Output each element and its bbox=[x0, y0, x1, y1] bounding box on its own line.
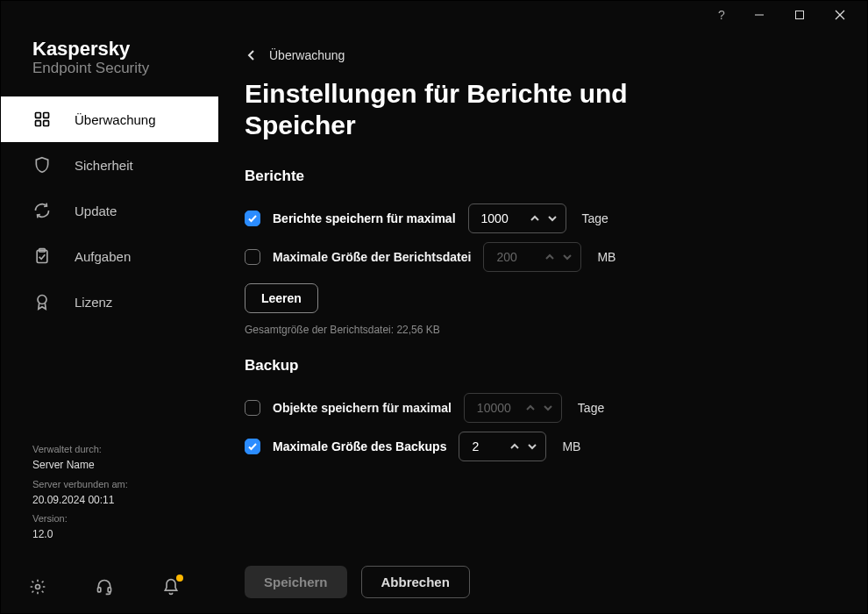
svg-point-10 bbox=[38, 296, 46, 304]
reports-store-label: Berichte speichern für maximal bbox=[273, 211, 456, 225]
backup-maxsize-unit: MB bbox=[562, 439, 580, 453]
brand: Kaspersky Endpoint Security bbox=[1, 32, 218, 96]
stepper-backup-maxsize[interactable] bbox=[459, 432, 546, 461]
minimize-icon bbox=[754, 10, 765, 20]
step-up-button[interactable] bbox=[527, 209, 543, 228]
app-window: ? Kaspersky Endpoint Security Überwachun… bbox=[0, 0, 868, 614]
sidebar-item-label: Überwachung bbox=[75, 112, 156, 127]
chevron-left-icon bbox=[245, 48, 259, 62]
chevron-down-icon bbox=[527, 441, 537, 452]
gear-icon bbox=[29, 578, 46, 596]
chevron-down-icon bbox=[562, 252, 573, 262]
sidebar-item-label: Update bbox=[75, 203, 117, 218]
row-backup-store: Objekte speichern für maximal Tage bbox=[245, 390, 841, 425]
backup-heading: Backup bbox=[245, 357, 841, 375]
row-backup-maxsize: Maximale Größe des Backups MB bbox=[245, 429, 841, 464]
checkbox-reports-store[interactable] bbox=[245, 211, 260, 226]
backup-maxsize-label: Maximale Größe des Backups bbox=[273, 439, 446, 453]
chevron-up-icon bbox=[525, 403, 536, 413]
reports-maxsize-label: Maximale Größe der Berichtsdatei bbox=[273, 250, 471, 264]
footer: Speichern Abbrechen bbox=[245, 543, 841, 613]
checkbox-backup-store[interactable] bbox=[245, 400, 260, 416]
backup-days-input bbox=[475, 400, 517, 416]
save-button[interactable]: Speichern bbox=[245, 566, 347, 598]
breadcrumb[interactable]: Überwachung bbox=[245, 41, 841, 69]
row-reports-maxsize: Maximale Größe der Berichtsdatei MB bbox=[245, 239, 841, 275]
stepper-reports-days[interactable] bbox=[468, 203, 566, 233]
notifications-button[interactable] bbox=[160, 576, 181, 597]
step-up-button bbox=[523, 398, 538, 418]
version-value: 12.0 bbox=[32, 526, 187, 543]
headset-icon bbox=[96, 578, 113, 596]
managed-by-label: Verwaltet durch: bbox=[32, 442, 187, 457]
version-label: Version: bbox=[32, 511, 187, 526]
stepper-reports-maxsize bbox=[483, 242, 581, 272]
sidebar-item-security[interactable]: Sicherheit bbox=[1, 142, 218, 188]
step-up-button bbox=[542, 247, 558, 267]
brand-subtitle: Endpoint Security bbox=[32, 60, 187, 77]
svg-rect-13 bbox=[108, 588, 110, 592]
reports-total-size: Gesamtgröße der Berichtsdatei: 22,56 KB bbox=[245, 324, 841, 336]
svg-rect-1 bbox=[796, 11, 804, 19]
sidebar-footer bbox=[1, 560, 218, 613]
sidebar-item-monitoring[interactable]: Überwachung bbox=[1, 96, 218, 142]
sidebar-item-tasks[interactable]: Aufgaben bbox=[1, 233, 218, 279]
check-icon bbox=[247, 441, 258, 452]
row-reports-store: Berichte speichern für maximal Tage bbox=[245, 201, 841, 236]
checkbox-backup-maxsize[interactable] bbox=[245, 439, 260, 454]
dashboard-icon bbox=[32, 110, 52, 129]
svg-rect-6 bbox=[36, 121, 41, 126]
reports-days-unit: Tage bbox=[582, 211, 608, 225]
notification-dot-icon bbox=[176, 575, 183, 582]
content: Berichte Berichte speichern für maximal … bbox=[245, 162, 841, 543]
shield-icon bbox=[32, 155, 52, 175]
maximize-button[interactable] bbox=[779, 1, 820, 29]
connected-value: 20.09.2024 00:11 bbox=[32, 492, 187, 509]
step-down-button bbox=[540, 398, 556, 418]
checkbox-reports-maxsize[interactable] bbox=[245, 249, 260, 265]
breadcrumb-label: Überwachung bbox=[269, 48, 345, 62]
stepper-backup-days bbox=[464, 393, 562, 423]
step-down-button[interactable] bbox=[524, 437, 540, 456]
svg-point-11 bbox=[36, 585, 40, 589]
main: Überwachung Einstellungen für Berichte u… bbox=[218, 32, 867, 613]
refresh-icon bbox=[32, 201, 52, 220]
cancel-button[interactable]: Abbrechen bbox=[361, 566, 470, 598]
sidebar-item-label: Sicherheit bbox=[75, 158, 133, 173]
reports-days-input[interactable] bbox=[480, 211, 522, 226]
chevron-up-icon bbox=[544, 252, 555, 262]
minimize-button[interactable] bbox=[739, 1, 779, 29]
nav: Überwachung Sicherheit Update bbox=[1, 96, 218, 325]
clipboard-icon bbox=[32, 246, 52, 266]
clear-reports-button[interactable]: Leeren bbox=[245, 283, 318, 313]
step-down-button bbox=[559, 247, 575, 267]
badge-icon bbox=[32, 292, 52, 311]
sidebar-item-update[interactable]: Update bbox=[1, 188, 218, 233]
managed-by-value: Server Name bbox=[32, 457, 187, 474]
reports-heading: Berichte bbox=[245, 168, 841, 185]
sidebar-meta: Verwaltet durch: Server Name Server verb… bbox=[1, 442, 218, 560]
maximize-icon bbox=[794, 10, 805, 20]
svg-rect-4 bbox=[36, 113, 41, 118]
sidebar-item-license[interactable]: Lizenz bbox=[1, 279, 218, 325]
chevron-down-icon bbox=[547, 213, 558, 224]
support-button[interactable] bbox=[94, 576, 115, 597]
settings-button[interactable] bbox=[27, 576, 48, 597]
backup-maxsize-input[interactable] bbox=[470, 439, 502, 454]
chevron-up-icon bbox=[509, 441, 520, 452]
page-title: Einstellungen für Berichte und Speicher bbox=[245, 78, 701, 141]
sidebar-item-label: Aufgaben bbox=[75, 249, 131, 264]
chevron-up-icon bbox=[530, 213, 540, 224]
reports-maxsize-unit: MB bbox=[597, 250, 615, 264]
step-down-button[interactable] bbox=[544, 209, 560, 228]
svg-rect-5 bbox=[44, 113, 49, 118]
svg-rect-7 bbox=[44, 121, 49, 126]
check-icon bbox=[247, 213, 258, 224]
help-button[interactable]: ? bbox=[704, 1, 739, 29]
backup-store-label: Objekte speichern für maximal bbox=[273, 401, 452, 415]
brand-title: Kaspersky bbox=[32, 38, 187, 61]
step-up-button[interactable] bbox=[507, 437, 523, 456]
titlebar: ? bbox=[1, 1, 867, 32]
close-button[interactable] bbox=[820, 1, 860, 29]
connected-label: Server verbunden am: bbox=[32, 477, 187, 492]
